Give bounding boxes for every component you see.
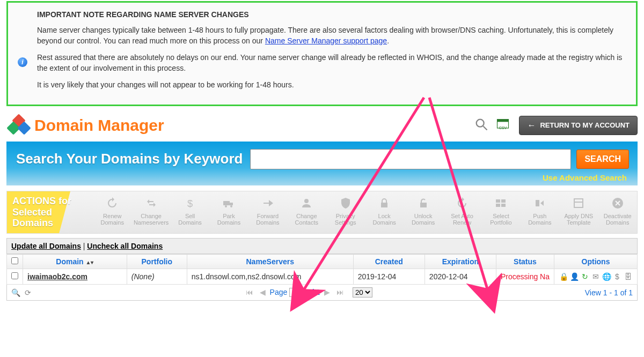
- logo-icon: [6, 115, 30, 136]
- svg-rect-15: [496, 204, 500, 207]
- first-page-button[interactable]: ⏮: [246, 288, 253, 296]
- domain-table-wrap: Update all Domains | Uncheck all Domains…: [6, 238, 638, 301]
- nameserver-notice: i IMPORTANT NOTE REGARDING NAME SERVER C…: [6, 1, 638, 106]
- col-expiration[interactable]: Expiration: [425, 255, 496, 269]
- search-icon[interactable]: [474, 117, 489, 133]
- actions-label: ACTIONS for Selected Domains: [7, 191, 93, 233]
- dollar-icon: $: [172, 196, 208, 211]
- col-domain[interactable]: Domain ▲▾: [23, 255, 127, 269]
- col-nameservers[interactable]: NameServers: [187, 255, 353, 269]
- search-button[interactable]: SEARCH: [576, 150, 629, 169]
- update-all-link[interactable]: Update all Domains: [11, 242, 81, 250]
- action-change-nameservers[interactable]: ChangeNameservers: [131, 191, 170, 233]
- action-push-domains[interactable]: PushDomains: [521, 191, 559, 233]
- close-circle-icon: [599, 196, 635, 211]
- advanced-search-link[interactable]: Use Advanced Search: [543, 173, 627, 182]
- svg-rect-6: [223, 201, 230, 205]
- action-privacy-settings[interactable]: PrivacySettings: [326, 191, 365, 233]
- privacy-icon[interactable]: 👤: [569, 272, 579, 281]
- page-size-select[interactable]: 20: [353, 287, 372, 298]
- reload-icon[interactable]: ⟳: [25, 288, 31, 297]
- svg-rect-16: [501, 204, 506, 207]
- page-title: Domain Manager: [34, 116, 164, 135]
- domain-search-bar: Search Your Domains by Keyword SEARCH Us…: [6, 142, 638, 185]
- action-select-portfolio[interactable]: SelectPortfolio: [481, 191, 520, 233]
- svg-rect-13: [496, 199, 500, 203]
- last-page-button[interactable]: ⏭: [336, 288, 344, 296]
- auto-renew-icon: [444, 196, 480, 211]
- col-created[interactable]: Created: [353, 255, 425, 269]
- svg-rect-12: [420, 203, 427, 207]
- arrow-right-icon: [250, 196, 286, 211]
- svg-point-8: [225, 205, 227, 207]
- action-sell-domains[interactable]: $SellDomains: [171, 191, 209, 233]
- svg-rect-14: [501, 199, 506, 203]
- action-renew-domains[interactable]: RenewDomains: [93, 191, 131, 233]
- cell-expiration: 2020-12-04: [425, 269, 496, 285]
- cell-domain[interactable]: iwaimaob2c.com: [23, 269, 127, 285]
- svg-line-1: [484, 127, 487, 130]
- action-apply-dns-template[interactable]: Apply DNSTemplate: [559, 191, 598, 233]
- col-portfolio[interactable]: Portfolio: [127, 255, 187, 269]
- search-input[interactable]: [250, 149, 571, 169]
- search-label: Search Your Domains by Keyword: [16, 151, 243, 167]
- next-page-button[interactable]: ▶: [324, 288, 330, 296]
- row-checkbox[interactable]: [11, 272, 18, 279]
- globe-icon[interactable]: 🌐: [602, 272, 611, 281]
- lock-icon[interactable]: 🔒: [559, 272, 568, 281]
- renew-icon[interactable]: ↻: [580, 272, 590, 281]
- swap-icon: [133, 196, 169, 211]
- return-to-account-button[interactable]: ← RETURN TO MY ACCOUNT: [519, 116, 638, 135]
- export-csv-icon[interactable]: CSV: [495, 117, 510, 133]
- truck-icon: [210, 196, 247, 211]
- pager-view-label: View 1 - 1 of 1: [585, 288, 633, 297]
- cell-portfolio: (None): [127, 269, 187, 285]
- sort-icon: ▲▾: [86, 259, 94, 265]
- svg-point-9: [230, 205, 232, 207]
- table-pager: 🔍 ⟳ ⏮ ◀ Page of 1 ▶ ⏭ 20 View 1 - 1 of 1: [6, 285, 638, 301]
- action-deactivate-domains[interactable]: DeactivateDomains: [598, 191, 636, 233]
- svg-rect-18: [574, 199, 583, 207]
- uncheck-all-link[interactable]: Uncheck all Domains: [87, 242, 163, 250]
- svg-rect-17: [536, 200, 539, 206]
- svg-rect-11: [381, 203, 387, 207]
- svg-rect-7: [230, 203, 233, 205]
- notice-paragraph-2: Rest assured that there are absolutely n…: [37, 53, 625, 73]
- svg-rect-3: [497, 120, 509, 122]
- shield-icon: [327, 196, 364, 211]
- table-header-row: Domain ▲▾ Portfolio NameServers Created …: [7, 255, 638, 269]
- portfolio-icon: [482, 196, 519, 211]
- svg-text:$: $: [187, 198, 193, 209]
- cell-created: 2019-12-04: [353, 269, 425, 285]
- database-icon[interactable]: 🗄: [623, 272, 633, 281]
- select-all-checkbox[interactable]: [11, 257, 18, 264]
- action-unlock-domains[interactable]: UnlockDomains: [404, 191, 442, 233]
- actions-toolbar: ACTIONS for Selected Domains RenewDomain…: [6, 191, 638, 234]
- arrow-left-icon: ←: [527, 121, 536, 130]
- action-set-auto-renew[interactable]: Set AutoRenew: [443, 191, 481, 233]
- prev-page-button[interactable]: ◀: [260, 288, 266, 296]
- page-input[interactable]: [289, 288, 305, 297]
- refresh-icon: [94, 196, 130, 211]
- sell-icon[interactable]: $: [612, 272, 622, 281]
- page-of-label: of 1: [308, 288, 320, 296]
- domain-table: Domain ▲▾ Portfolio NameServers Created …: [6, 254, 638, 285]
- search-small-icon[interactable]: 🔍: [11, 288, 20, 297]
- page-label: Page: [270, 288, 288, 296]
- col-status[interactable]: Status: [496, 255, 554, 269]
- col-options[interactable]: Options: [554, 255, 638, 269]
- notice-paragraph-1: Name server changes typically take betwe…: [37, 25, 625, 46]
- support-page-link[interactable]: Name Server Manager support page: [265, 36, 387, 45]
- table-bulk-links: Update all Domains | Uncheck all Domains: [6, 238, 638, 254]
- svg-point-0: [477, 120, 484, 127]
- cell-status: Processing Na: [496, 269, 554, 285]
- action-forward-domains[interactable]: ForwardDomains: [248, 191, 287, 233]
- action-park-domains[interactable]: ParkDomains: [209, 191, 248, 233]
- svg-text:CSV: CSV: [499, 127, 507, 130]
- action-change-contacts[interactable]: ChangeContacts: [287, 191, 326, 233]
- table-row: iwaimaob2c.com (None) ns1.dnsowl.com,ns2…: [7, 269, 638, 285]
- email-icon[interactable]: ✉: [591, 272, 601, 281]
- svg-point-10: [304, 199, 309, 203]
- push-icon: [522, 196, 558, 211]
- action-lock-domains[interactable]: LockDomains: [365, 191, 404, 233]
